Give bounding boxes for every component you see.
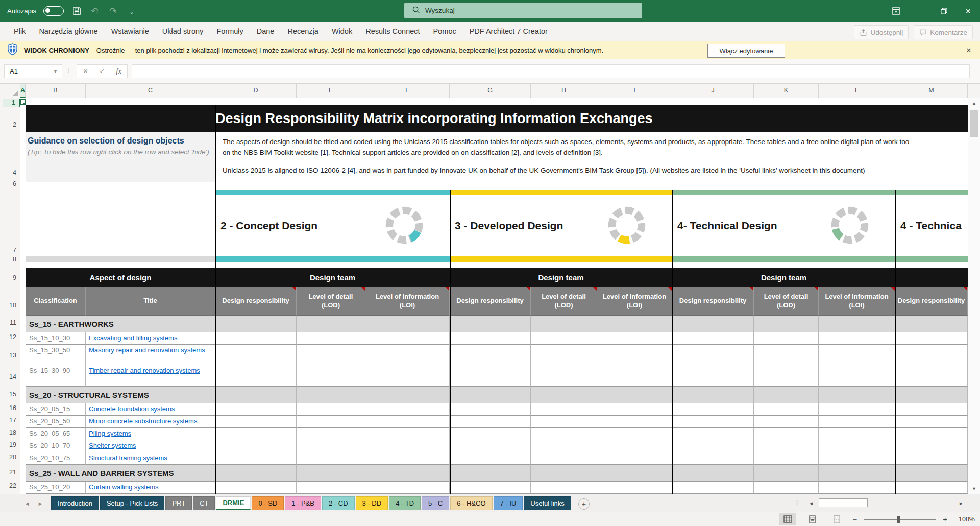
ribbon-tab-formu-y[interactable]: Formuły [210,22,250,41]
data-cell[interactable] [531,365,597,387]
data-cell[interactable] [531,428,597,440]
data-cell[interactable] [297,316,365,332]
data-cell[interactable] [531,345,597,365]
new-sheet-button[interactable]: + [578,498,590,510]
ribbon-tab-uk-ad-strony[interactable]: Układ strony [156,22,210,41]
data-cell[interactable] [215,465,297,482]
data-cell[interactable] [672,332,754,345]
title-cell[interactable]: Timber repair and renovation systems [86,365,215,387]
column-header-L[interactable]: L [819,84,895,98]
data-cell[interactable] [672,345,754,365]
tab-scroll-left-icon[interactable]: ◄ [21,498,33,509]
classification-cell[interactable]: Ss_20_05_50 [26,416,86,428]
data-cell[interactable] [819,316,895,332]
undo-icon[interactable]: ↶⌄ [89,6,101,17]
zoom-slider-thumb[interactable] [897,516,900,523]
sheet-tab-introduction[interactable]: Introduction [51,496,99,510]
title-link[interactable]: Concrete foundation systems [89,405,175,413]
classification-cell[interactable]: Ss_25_10_20 [26,482,86,494]
column-header-H[interactable]: H [531,84,597,98]
data-cell[interactable] [365,440,450,452]
data-cell[interactable] [215,428,297,440]
column-header-J[interactable]: J [672,84,754,98]
data-cell[interactable] [672,440,754,452]
normal-view-button[interactable] [779,513,796,525]
title-cell[interactable]: Concrete foundation systems [86,403,215,416]
data-cell[interactable] [365,387,450,403]
data-cell[interactable] [215,482,297,494]
data-cell[interactable] [531,332,597,345]
scroll-down-icon[interactable]: ▼ [968,484,980,494]
data-cell[interactable] [754,465,819,482]
sheet-tab-drmie[interactable]: DRMIE [216,496,251,510]
data-cell[interactable] [297,452,365,465]
row-header-21[interactable]: 21 [0,468,20,477]
title-cell[interactable]: Structural framing systems [86,452,215,465]
redo-icon[interactable]: ↷⌄ [108,6,119,17]
data-cell[interactable] [365,465,450,482]
sheet-tab-setup-pick-lists[interactable]: Setup - Pick Lists [100,496,164,510]
data-cell[interactable] [754,428,819,440]
data-cell[interactable] [531,316,597,332]
insert-function-icon[interactable]: fx [116,67,121,76]
data-cell[interactable] [895,365,968,387]
data-cell[interactable] [597,332,672,345]
zoom-slider[interactable] [864,519,936,520]
data-cell[interactable] [297,403,365,416]
data-cell[interactable] [895,332,968,345]
data-cell[interactable] [754,345,819,365]
row-header-7[interactable]: 7 [0,246,20,255]
data-cell[interactable] [672,482,754,494]
data-cell[interactable] [672,416,754,428]
data-cell[interactable] [895,440,968,452]
data-cell[interactable] [819,428,895,440]
row-header-12[interactable]: 12 [0,333,20,342]
page-layout-view-button[interactable] [803,513,821,525]
data-cell[interactable] [819,452,895,465]
sheet-tab-prt[interactable]: PRT [165,496,192,510]
row-header-1[interactable]: 1 [3,99,20,107]
share-button[interactable]: Udostępnij [854,25,909,39]
title-link[interactable]: Curtain walling systems [89,483,159,491]
comments-button[interactable]: Komentarze [914,25,973,39]
title-cell[interactable]: Masonry repair and renovation systems [86,345,215,365]
section-label[interactable]: Ss_20 - STRUCTURAL SYSTEMS [26,387,215,403]
data-cell[interactable] [597,365,672,387]
classification-cell[interactable]: Ss_15_30_50 [26,345,86,365]
zoom-level[interactable]: 100% [954,516,975,523]
section-label[interactable]: Ss_25 - WALL AND BARRIER SYSTEMS [26,465,215,482]
data-cell[interactable] [450,345,531,365]
data-cell[interactable] [819,440,895,452]
sheet-tab-3-dd[interactable]: 3 - DD [356,496,388,510]
column-header-level-of-information-loi[interactable]: Level of information (LOI) [597,287,672,316]
column-header-title[interactable]: Title [86,287,215,316]
data-cell[interactable] [450,452,531,465]
column-header-A[interactable]: A [20,84,26,98]
data-cell[interactable] [597,465,672,482]
data-cell[interactable] [672,428,754,440]
sheet-tab-5-c[interactable]: 5 - C [422,496,449,510]
column-header-M[interactable]: M [895,84,968,98]
data-cell[interactable] [754,440,819,452]
data-cell[interactable] [754,452,819,465]
data-cell[interactable] [365,316,450,332]
column-header-design-responsibility[interactable]: Design responsibility [450,287,531,316]
title-cell[interactable]: Excavating and filling systems [86,332,215,345]
data-cell[interactable] [672,316,754,332]
data-cell[interactable] [215,316,297,332]
ribbon-tab-narz-dzia-g-wne[interactable]: Narzędzia główne [32,22,104,41]
title-link[interactable]: Minor concrete substructure systems [89,417,197,425]
data-cell[interactable] [531,416,597,428]
restore-button[interactable] [932,0,956,22]
data-cell[interactable] [819,416,895,428]
sheet-tab-7-iu[interactable]: 7 - IU [494,496,523,510]
data-cell[interactable] [297,332,365,345]
data-cell[interactable] [754,482,819,494]
row-header-9[interactable]: 9 [0,274,20,282]
cancel-entry-icon[interactable]: ✕ [83,67,88,75]
data-cell[interactable] [597,403,672,416]
column-header-D[interactable]: D [215,84,297,98]
row-header-11[interactable]: 11 [0,319,20,327]
row-header-8[interactable]: 8 [0,255,20,264]
column-header-design-responsibility[interactable]: Design responsibility [215,287,297,316]
